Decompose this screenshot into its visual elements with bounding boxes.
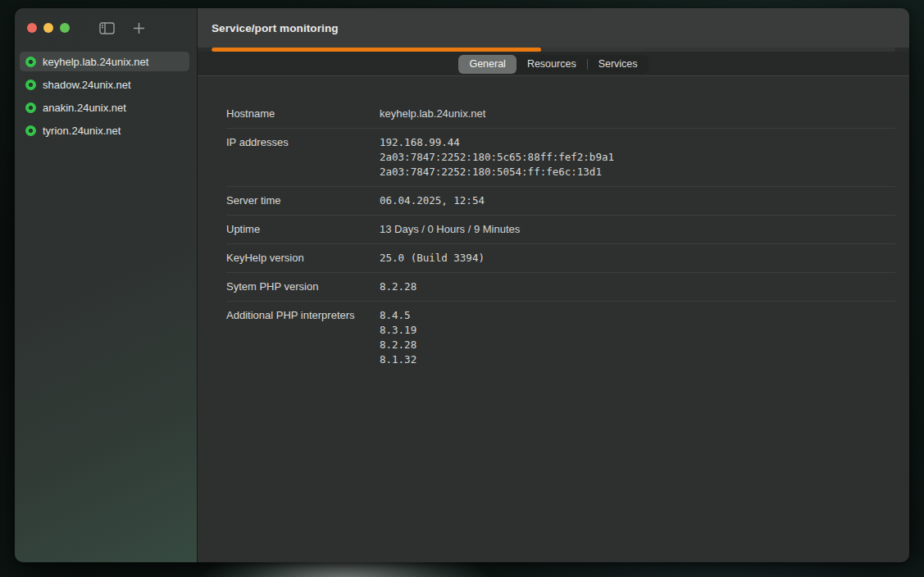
detail-value-line: 2a03:7847:2252:180:5c65:88ff:fef2:b9a1 [380, 150, 614, 165]
zoom-button[interactable] [60, 23, 70, 33]
sidebar-item-server[interactable]: anakin.24unix.net [20, 98, 189, 117]
server-label: tyrion.24unix.net [43, 125, 121, 137]
server-label: keyhelp.lab.24unix.net [43, 56, 148, 68]
detail-label: IP addresses [226, 135, 380, 150]
page-title: Service/port monitoring [212, 22, 339, 34]
status-online-icon [25, 125, 36, 136]
detail-value-line: 8.1.32 [380, 352, 416, 367]
tab-services[interactable]: Services [588, 55, 649, 74]
toggle-sidebar-icon[interactable] [99, 22, 115, 34]
detail-value: 13 Days / 0 Hours / 9 Minutes [380, 222, 520, 237]
detail-value-line: 8.2.28 [380, 279, 416, 294]
details-panel: Hostname keyhelp.lab.24unix.net IP addre… [198, 75, 909, 562]
status-online-icon [25, 57, 36, 67]
server-label: anakin.24unix.net [43, 102, 126, 114]
detail-row: Uptime 13 Days / 0 Hours / 9 Minutes [226, 216, 895, 244]
sidebar: keyhelp.lab.24unix.net shadow.24unix.net… [15, 8, 198, 562]
detail-row: Sytem PHP version 8.2.28 [226, 273, 895, 302]
add-server-icon[interactable] [133, 22, 145, 34]
detail-value-line: 2a03:7847:2252:180:5054:ff:fe6c:13d1 [380, 165, 614, 179]
detail-value-line: 8.2.28 [380, 338, 416, 352]
detail-label: Server time [226, 193, 380, 208]
detail-value-line: 192.168.99.44 [380, 135, 614, 150]
main-panel: Service/port monitoring General Resource… [198, 8, 909, 562]
detail-value: 192.168.99.442a03:7847:2252:180:5c65:88f… [380, 135, 614, 179]
detail-value: 25.0 (Build 3394) [380, 251, 485, 266]
detail-label: Uptime [226, 222, 380, 237]
sidebar-titlebar [15, 8, 197, 48]
detail-row: Server time 06.04.2025, 12:54 [226, 187, 895, 216]
detail-value: keyhelp.lab.24unix.net [380, 107, 485, 121]
server-label: shadow.24unix.net [43, 79, 131, 91]
tab-segmented-control: General Resources Services [458, 55, 648, 74]
detail-value: 8.2.28 [380, 279, 416, 294]
status-online-icon [25, 102, 36, 113]
detail-row: Additional PHP interpreters 8.4.58.3.198… [226, 302, 895, 374]
desktop-wallpaper: keyhelp.lab.24unix.net shadow.24unix.net… [0, 0, 924, 577]
detail-value-line: 8.3.19 [380, 323, 416, 338]
sidebar-item-server[interactable]: tyrion.24unix.net [20, 120, 189, 140]
detail-value: 06.04.2025, 12:54 [380, 193, 485, 208]
detail-row: IP addresses 192.168.99.442a03:7847:2252… [226, 129, 895, 187]
sidebar-item-server[interactable]: shadow.24unix.net [20, 75, 189, 94]
detail-value-line: 13 Days / 0 Hours / 9 Minutes [380, 222, 520, 237]
minimize-button[interactable] [43, 23, 53, 33]
detail-label: Additional PHP interpreters [226, 308, 380, 323]
traffic-lights [27, 23, 70, 33]
window-titlebar: Service/port monitoring [198, 8, 909, 48]
close-button[interactable] [27, 23, 37, 33]
detail-value-line: 06.04.2025, 12:54 [380, 193, 485, 208]
app-window: keyhelp.lab.24unix.net shadow.24unix.net… [15, 8, 909, 562]
tab-resources[interactable]: Resources [517, 55, 587, 74]
tab-general[interactable]: General [458, 55, 516, 74]
detail-label: Sytem PHP version [226, 279, 380, 294]
details-rows: Hostname keyhelp.lab.24unix.net IP addre… [226, 100, 895, 374]
detail-value-line: keyhelp.lab.24unix.net [380, 107, 485, 121]
tab-toolbar: General Resources Services [198, 52, 909, 75]
detail-row: Hostname keyhelp.lab.24unix.net [226, 100, 895, 129]
detail-label: Hostname [226, 107, 380, 121]
server-list: keyhelp.lab.24unix.net shadow.24unix.net… [20, 52, 189, 140]
detail-value: 8.4.58.3.198.2.288.1.32 [380, 308, 416, 367]
detail-label: KeyHelp version [226, 251, 380, 266]
detail-value-line: 25.0 (Build 3394) [380, 251, 485, 266]
sidebar-item-server[interactable]: keyhelp.lab.24unix.net [20, 52, 189, 71]
detail-value-line: 8.4.5 [380, 308, 416, 323]
detail-row: KeyHelp version 25.0 (Build 3394) [226, 244, 895, 273]
status-online-icon [25, 80, 36, 90]
